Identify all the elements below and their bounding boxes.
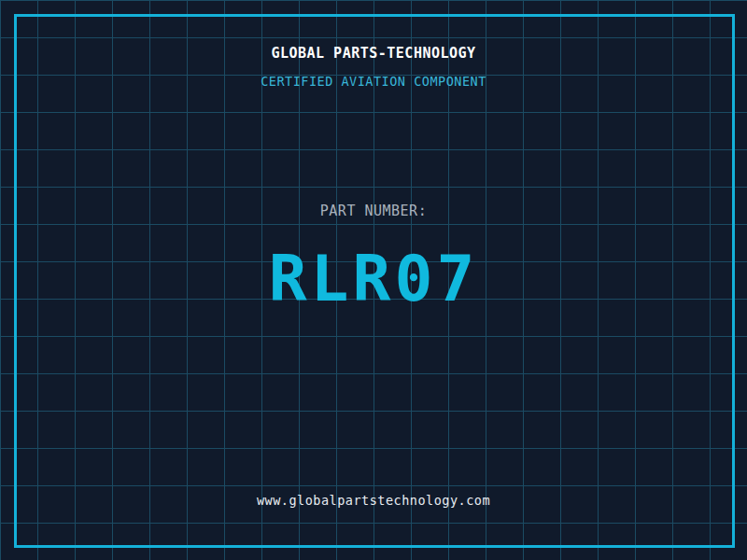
website-url[interactable]: www.globalpartstechnology.com <box>0 494 747 508</box>
certification-subtitle: CERTIFIED AVIATION COMPONENT <box>0 75 747 89</box>
company-title: GLOBAL PARTS-TECHNOLOGY <box>0 46 747 61</box>
part-number-value: RLR07 <box>0 247 747 311</box>
part-number-label: PART NUMBER: <box>0 203 747 218</box>
blueprint-page: GLOBAL PARTS-TECHNOLOGY CERTIFIED AVIATI… <box>0 0 747 560</box>
